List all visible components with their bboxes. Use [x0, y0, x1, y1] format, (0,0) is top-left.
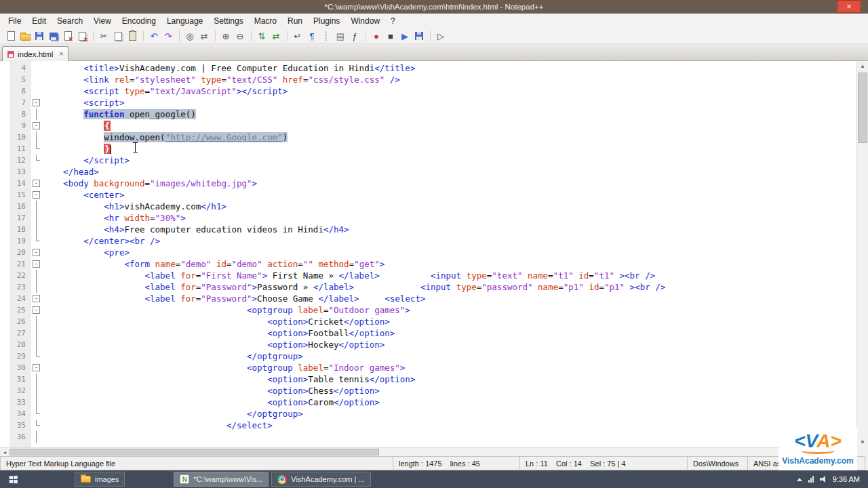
menu-file[interactable]: File [3, 14, 26, 28]
code-line[interactable]: 9 { [0, 120, 856, 131]
fold-toggle-icon[interactable] [31, 304, 42, 316]
code-line[interactable]: 12 </script> [0, 155, 856, 166]
taskbar-item-chrome[interactable]: VishAcademy.com | ... [271, 472, 370, 487]
open-folder-icon[interactable] [18, 30, 32, 43]
code-line[interactable]: 25 <optgroup label="Outdoor games"> [0, 304, 856, 316]
code-line[interactable]: 15 <center> [0, 189, 856, 201]
code-line[interactable]: 35 </select> [0, 420, 856, 431]
save-all-icon[interactable] [47, 30, 60, 43]
find-icon[interactable]: ◎ [183, 30, 197, 43]
code-line[interactable]: 32 <option>Chess</option> [0, 385, 856, 396]
code-line[interactable]: 4 <title>VishAcademy.com | Free Computer… [0, 62, 856, 74]
sync-vertical-icon[interactable]: ⇅ [255, 30, 269, 43]
menu-view[interactable]: View [88, 14, 117, 28]
code-line[interactable]: 28 <option>Hockey</option> [0, 339, 856, 350]
code-line[interactable]: 8 function open_google() [0, 108, 856, 120]
code-line[interactable]: 5 <link rel="stylesheet" type="text/CSS"… [0, 74, 856, 85]
undo-icon[interactable]: ↶ [147, 30, 161, 43]
doc-map-icon[interactable]: ▤ [334, 30, 347, 43]
code-line[interactable]: 19 </center><br /> [0, 235, 856, 247]
code-line[interactable]: 11 } [0, 143, 856, 155]
indent-guide-icon[interactable]: ┊ [319, 30, 333, 43]
menu-plugins[interactable]: Plugins [308, 14, 345, 28]
code-line[interactable]: 29 </optgroup> [0, 350, 856, 362]
code-line[interactable]: 14 <body background="images/whitebg.jpg"… [0, 178, 856, 189]
tab-close-icon[interactable]: × [59, 51, 63, 58]
fold-toggle-icon[interactable] [31, 362, 42, 373]
tray-expand-icon[interactable] [797, 478, 802, 481]
replace-icon[interactable]: ⇄ [197, 30, 211, 43]
code-line[interactable]: 30 <optgroup label="Indoor games"> [0, 362, 856, 373]
redo-icon[interactable]: ↷ [161, 30, 175, 43]
code-line[interactable]: 24 <label for="Password">Choose Game </l… [0, 293, 856, 304]
menu-help[interactable]: ? [385, 14, 401, 28]
scroll-left-icon[interactable]: ◄ [0, 448, 9, 456]
volume-icon[interactable] [820, 476, 827, 483]
cut-icon[interactable]: ✂ [97, 30, 111, 43]
editor[interactable]: 4 <title>VishAcademy.com | Free Computer… [0, 61, 856, 447]
fold-toggle-icon[interactable] [31, 120, 42, 131]
function-list-icon[interactable]: ƒ [348, 30, 361, 43]
code-line[interactable]: 22 <label for="First Name"> First Name »… [0, 270, 856, 281]
close-file-icon[interactable] [61, 30, 75, 43]
code-line[interactable]: 34 </optgroup> [0, 408, 856, 420]
start-button[interactable] [0, 470, 26, 488]
sync-horizontal-icon[interactable]: ⇄ [269, 30, 283, 43]
play-macro-icon[interactable]: ▶ [398, 30, 412, 43]
menu-language[interactable]: Language [161, 14, 208, 28]
horizontal-scroll-thumb[interactable] [9, 449, 379, 455]
code-line[interactable]: 26 <option>Cricket</option> [0, 316, 856, 327]
code-line[interactable]: 18 <h4>Free computer education videos in… [0, 224, 856, 235]
code-line[interactable]: 16 <h1>vishAcademy.com</h1> [0, 201, 856, 212]
scroll-up-icon[interactable]: ▲ [857, 61, 868, 71]
code-line[interactable]: 33 <option>Carom</option> [0, 396, 856, 408]
code-area[interactable]: 4 <title>VishAcademy.com | Free Computer… [0, 61, 856, 443]
fold-toggle-icon[interactable] [31, 189, 42, 201]
fold-toggle-icon[interactable] [31, 258, 42, 270]
code-line[interactable]: 36 [0, 431, 856, 443]
save-macro-icon[interactable] [412, 30, 426, 43]
stop-macro-icon[interactable]: ■ [384, 30, 397, 43]
code-line[interactable]: 17 <hr width="30%"> [0, 212, 856, 224]
taskbar-item-folder[interactable]: images [75, 472, 125, 487]
taskbar-item-npp[interactable]: *C:\wamp\www\Vis... [174, 472, 269, 487]
save-icon[interactable] [33, 30, 46, 43]
code-line[interactable]: 23 <label for="Password">Password » </la… [0, 281, 856, 293]
vertical-scrollbar[interactable]: ▲ ▼ [856, 61, 868, 447]
record-macro-icon[interactable]: ● [370, 30, 383, 43]
menu-encoding[interactable]: Encoding [117, 14, 161, 28]
code-line[interactable]: 20 <pre> [0, 247, 856, 258]
code-line[interactable]: 31 <option>Table tennis</option> [0, 373, 856, 385]
tab-index-html[interactable]: index.html × [2, 46, 68, 62]
scroll-down-icon[interactable]: ▼ [857, 437, 868, 447]
code-line[interactable]: 13 </head> [0, 166, 856, 178]
show-all-chars-icon[interactable]: ¶ [305, 30, 319, 43]
copy-icon[interactable] [111, 30, 125, 43]
fold-toggle-icon[interactable] [31, 178, 42, 189]
code-line[interactable]: 27 <option>Football</option> [0, 327, 856, 339]
zoom-in-icon[interactable]: ⊕ [219, 30, 233, 43]
code-line[interactable]: 6 <script type="text/JavaScript"></scrip… [0, 85, 856, 97]
zoom-out-icon[interactable]: ⊖ [233, 30, 247, 43]
run-script-icon[interactable]: ▷ [434, 30, 448, 43]
vertical-scroll-thumb[interactable] [858, 73, 867, 143]
menu-edit[interactable]: Edit [26, 14, 52, 28]
close-icon[interactable]: × [837, 0, 861, 13]
word-wrap-icon[interactable]: ↵ [291, 30, 304, 43]
menu-run[interactable]: Run [282, 14, 308, 28]
menu-search[interactable]: Search [52, 14, 88, 28]
fold-toggle-icon[interactable] [31, 97, 42, 108]
close-all-icon[interactable] [75, 30, 89, 43]
menu-settings[interactable]: Settings [208, 14, 248, 28]
code-line[interactable]: 10 window.open("http://www.Google.com") [0, 131, 856, 143]
fold-toggle-icon[interactable] [31, 293, 42, 304]
clock[interactable]: 9:36 AM [833, 475, 860, 483]
fold-toggle-icon[interactable] [31, 247, 42, 258]
menu-macro[interactable]: Macro [249, 14, 282, 28]
code-line[interactable]: 21 <form name="demo" id="demo" action=""… [0, 258, 856, 270]
network-icon[interactable] [808, 476, 814, 483]
horizontal-scrollbar[interactable]: ◄ ► [0, 447, 856, 456]
code-line[interactable]: 7 <script> [0, 97, 856, 108]
new-file-icon[interactable] [4, 30, 18, 43]
paste-icon[interactable] [125, 30, 139, 43]
